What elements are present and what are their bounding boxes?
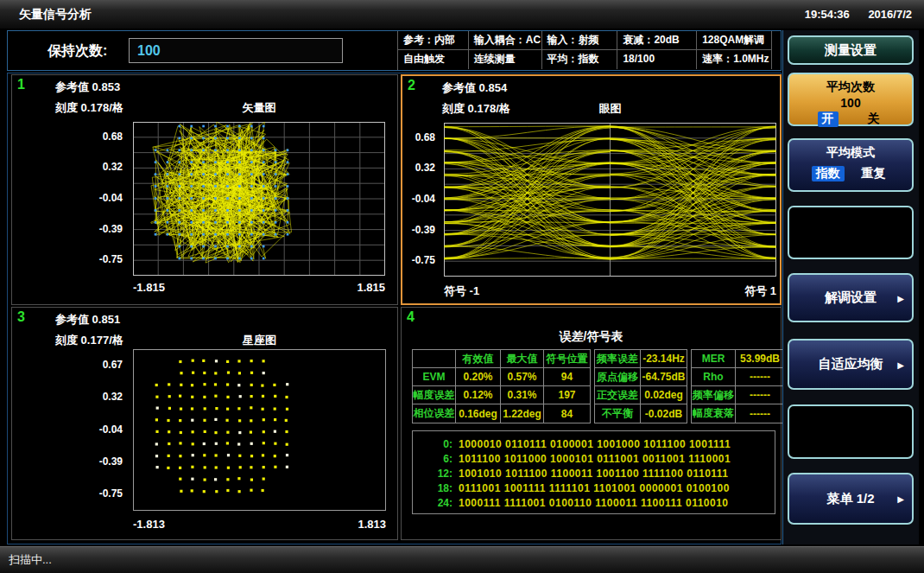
table-cell: 幅度衰落	[692, 404, 736, 423]
reference-value-label: 参考值 0.854	[442, 80, 507, 96]
table-cell: ------	[736, 404, 784, 423]
table-cell: 最大值	[501, 350, 544, 368]
mode-repeat-option[interactable]: 重复	[858, 166, 890, 181]
y-axis-labels: 0.680.32-0.04-0.39-0.75	[85, 122, 128, 276]
x-axis-labels: -1.815 1.815	[133, 281, 385, 294]
error-table-group-offsets: 频率误差-23.14Hz原点偏移-64.75dB正交误差0.02deg不平衡-0…	[594, 349, 687, 423]
clock: 19:54:36 2016/7/2	[789, 8, 912, 21]
display-area: 1 参考值 0.853 刻度 0.178/格 矢量图 0.680.32-0.04…	[7, 73, 782, 544]
constellation-plot	[133, 349, 386, 511]
average-count-value: 100	[789, 96, 912, 110]
x-min-label: -1.813	[133, 518, 165, 531]
y-tick-label: 0.68	[415, 131, 435, 143]
average-count-button[interactable]: 平均次数 100 开 关	[788, 73, 914, 126]
y-tick-label: -0.75	[99, 253, 123, 265]
error-table-group-mer: MER53.99dBRho------频率偏移------幅度衰落------	[691, 349, 785, 423]
average-count-title: 平均次数	[789, 80, 912, 95]
plot-title: 眼图	[444, 101, 776, 117]
status-row: 自由触发连续测量平均：指数18/100速率：1.0MHz	[398, 50, 772, 69]
panel-number: 4	[407, 309, 415, 325]
table-cell: 原点偏移	[595, 368, 641, 386]
submenu-arrow-icon: ▶	[897, 494, 904, 504]
panel-number: 1	[17, 77, 25, 92]
table-cell: 频率偏移	[692, 386, 736, 404]
table-cell: 正交误差	[595, 386, 641, 404]
x-max-label: 1.815	[357, 281, 385, 294]
demod-settings-button[interactable]: 解调设置 ▶	[788, 273, 914, 322]
symbol-min-label: 符号 -1	[444, 283, 479, 299]
demod-settings-label: 解调设置	[825, 290, 877, 306]
status-readout: 连续测量	[469, 50, 542, 69]
x-axis-labels: 符号 -1 符号 1	[444, 283, 776, 299]
table-title: 误差/符号表	[402, 329, 781, 345]
table-cell: 1.22deg	[501, 404, 544, 423]
adaptive-equalization-button[interactable]: 自适应均衡 ▶	[788, 339, 914, 390]
panel-number: 2	[408, 78, 415, 93]
mode-exponential-option[interactable]: 指数	[812, 166, 845, 181]
table-cell: 相位误差	[413, 404, 456, 423]
average-off-option[interactable]: 关	[864, 111, 884, 127]
x-max-label: 1.813	[358, 518, 386, 531]
status-readout: 输入：射频	[542, 31, 618, 50]
y-tick-label: -0.04	[99, 423, 123, 436]
error-table-group-evm: 有效值最大值符号位置EVM0.20%0.57%94幅度误差0.12%0.31%1…	[412, 349, 591, 423]
y-tick-label: -0.04	[412, 193, 435, 205]
table-cell: EVM	[413, 368, 456, 386]
submenu-arrow-icon: ▶	[897, 360, 904, 369]
table-cell: 94	[544, 368, 590, 386]
table-cell: ------	[736, 368, 784, 386]
status-readout: 速率：1.0MHz	[697, 50, 772, 69]
table-cell: 84	[544, 404, 590, 423]
scale-label: 刻度 0.178/格	[55, 100, 123, 116]
vector-diagram-plot	[133, 122, 385, 276]
y-axis-labels: 0.680.32-0.04-0.39-0.75	[402, 123, 440, 277]
error-table: 有效值最大值符号位置EVM0.20%0.57%94幅度误差0.12%0.31%1…	[412, 349, 788, 423]
hold-count-input[interactable]	[129, 38, 343, 63]
panel-vector-diagram[interactable]: 1 参考值 0.853 刻度 0.178/格 矢量图 0.680.32-0.04…	[11, 74, 398, 305]
status-readout: 输入耦合：AC	[469, 31, 542, 50]
x-min-label: -1.815	[133, 281, 165, 294]
panel-error-symbol-table[interactable]: 4 误差/符号表 有效值最大值符号位置EVM0.20%0.57%94幅度误差0.…	[401, 307, 782, 540]
status-grid: 参考：内部输入耦合：AC输入：射频衰减：20dB128QAM解调 自由触发连续测…	[397, 31, 772, 70]
softkey-menu: 测量设置 平均次数 100 开 关 平均模式 指数 重复 解调设置 ▶ 自适应均…	[782, 30, 919, 544]
status-readout: 衰减：20dB	[617, 31, 697, 50]
y-tick-label: -0.39	[99, 455, 123, 468]
measure-settings-button[interactable]: 测量设置	[788, 35, 914, 65]
panel-eye-diagram-selected[interactable]: 2 参考值 0.854 刻度 0.178/格 眼图 0.680.32-0.04-…	[401, 74, 782, 305]
blank-softkey-1[interactable]	[788, 206, 914, 259]
y-tick-label: -0.75	[412, 254, 435, 266]
symbol-row: 12:1001010 1011100 1100011 1001100 11111…	[413, 465, 775, 480]
scan-status-text: 扫描中...	[9, 552, 52, 568]
y-tick-label: 0.32	[415, 162, 435, 174]
submenu-arrow-icon: ▶	[897, 293, 904, 302]
table-cell: 0.16deg	[456, 404, 501, 423]
table-cell	[413, 350, 456, 368]
status-readout: 参考：内部	[398, 31, 469, 50]
status-row: 参考：内部输入耦合：AC输入：射频衰减：20dB128QAM解调	[398, 31, 772, 50]
average-mode-button[interactable]: 平均模式 指数 重复	[788, 138, 914, 192]
symbol-bits-list: 0:1000010 0110111 0100001 1001000 101110…	[412, 430, 775, 514]
average-mode-title: 平均模式	[789, 145, 912, 161]
y-tick-label: 0.32	[103, 391, 123, 403]
table-cell: Rho	[692, 368, 736, 386]
menu-page-button[interactable]: 菜单 1/2 ▶	[788, 473, 914, 525]
y-tick-label: 0.67	[103, 359, 123, 371]
average-on-option[interactable]: 开	[818, 111, 839, 127]
symbol-row: 6:1011100 1011000 1000101 0111001 001100…	[413, 450, 775, 465]
x-axis-labels: -1.813 1.813	[133, 518, 386, 531]
time-display: 19:54:36	[805, 8, 850, 21]
table-cell: 197	[544, 386, 590, 404]
table-cell: 有效值	[456, 350, 501, 368]
hold-count-label: 保持次数:	[47, 42, 107, 60]
status-readout: 18/100	[617, 50, 697, 69]
table-cell: 符号位置	[544, 350, 590, 368]
blank-softkey-2[interactable]	[788, 404, 914, 459]
panel-constellation[interactable]: 3 参考值 0.851 刻度 0.177/格 星座图 0.670.32-0.04…	[11, 307, 398, 540]
table-cell: -64.75dB	[641, 368, 687, 386]
table-cell: 0.31%	[501, 386, 544, 404]
status-readout: 128QAM解调	[697, 31, 772, 50]
y-tick-label: 0.68	[103, 131, 123, 143]
menu-page-label: 菜单 1/2	[826, 491, 874, 507]
adaptive-equalization-label: 自适应均衡	[819, 356, 883, 372]
plot-title: 矢量图	[133, 100, 385, 116]
